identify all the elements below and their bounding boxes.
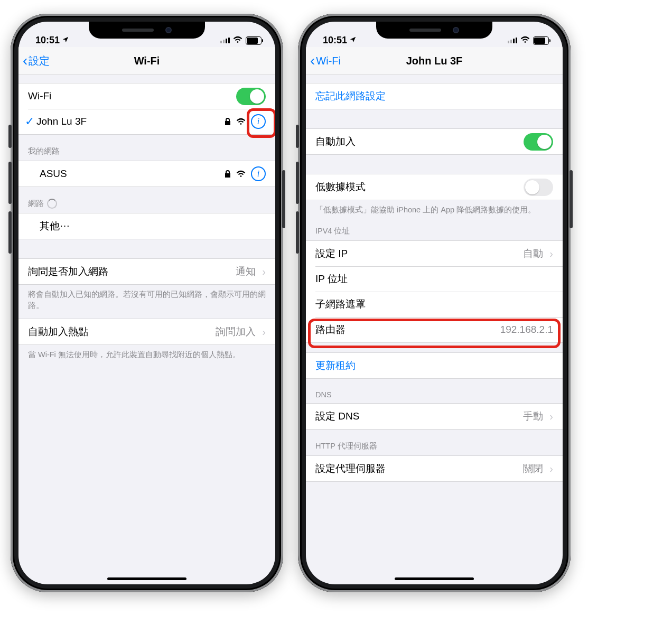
configure-proxy-value: 關閉 — [523, 462, 543, 476]
status-time: 10:51 — [35, 35, 60, 46]
low-data-row[interactable]: 低數據模式 — [306, 174, 563, 200]
volume-down-button[interactable] — [296, 211, 299, 254]
info-icon[interactable]: i — [251, 166, 266, 181]
low-data-toggle[interactable] — [524, 179, 553, 196]
configure-proxy-row[interactable]: 設定代理伺服器 關閉 › — [306, 456, 563, 481]
wifi-toggle-row[interactable]: Wi-Fi — [18, 83, 275, 109]
chevron-right-icon: › — [549, 463, 553, 475]
battery-icon — [533, 36, 549, 45]
lock-icon — [225, 170, 231, 178]
configure-proxy-label: 設定代理伺服器 — [315, 462, 386, 476]
volume-up-button[interactable] — [8, 162, 12, 204]
page-title: John Lu 3F — [306, 55, 563, 67]
configure-dns-value: 手動 — [523, 409, 543, 423]
ask-to-join-row[interactable]: 詢問是否加入網路 通知 › — [18, 259, 275, 284]
low-data-label: 低數據模式 — [315, 180, 366, 194]
chevron-left-icon: ‹ — [23, 53, 27, 68]
known-network-row[interactable]: ASUS i — [18, 161, 275, 187]
auto-join-label: 自動加入 — [315, 135, 356, 148]
left-screen: 10:51 ‹ 設定 Wi-Fi Wi-Fi — [18, 22, 275, 584]
cellular-icon — [220, 38, 230, 43]
info-icon[interactable]: i — [251, 114, 266, 129]
configure-ip-value: 自動 — [523, 247, 543, 260]
location-icon — [62, 35, 69, 46]
subnet-mask-label: 子網路遮罩 — [315, 297, 366, 311]
ipv4-header: IPV4 位址 — [306, 220, 563, 240]
volume-up-button[interactable] — [296, 162, 299, 204]
lock-icon — [225, 118, 231, 126]
checkmark-icon: ✓ — [25, 115, 36, 128]
back-button[interactable]: ‹ 設定 — [18, 53, 50, 68]
right-phone-frame: 10:51 ‹ Wi-Fi John Lu 3F 忘記此網路設定 — [298, 14, 571, 592]
auto-join-row[interactable]: 自動加入 — [306, 129, 563, 154]
router-row: 路由器 192.168.2.1 — [306, 317, 563, 342]
wifi-icon — [233, 35, 242, 46]
ask-to-join-footer: 將會自動加入已知的網路。若沒有可用的已知網路，會顯示可用的網路。 — [18, 285, 275, 315]
ask-to-join-value: 通知 — [236, 265, 256, 278]
home-indicator[interactable] — [107, 577, 186, 580]
auto-hotspot-label: 自動加入熱點 — [28, 325, 88, 339]
back-label: 設定 — [29, 54, 50, 68]
auto-join-toggle[interactable] — [524, 133, 553, 151]
forget-network-label: 忘記此網路設定 — [315, 89, 386, 103]
subnet-mask-row: 子網路遮罩 — [306, 292, 563, 317]
connected-network-name: John Lu 3F — [36, 116, 225, 127]
auto-hotspot-row[interactable]: 自動加入熱點 詢問加入 › — [18, 319, 275, 344]
auto-hotspot-value: 詢問加入 — [216, 325, 256, 339]
configure-dns-row[interactable]: 設定 DNS 手動 › — [306, 404, 563, 429]
connected-network-row[interactable]: ✓ John Lu 3F i — [18, 109, 275, 134]
right-screen: 10:51 ‹ Wi-Fi John Lu 3F 忘記此網路設定 — [306, 22, 563, 584]
networks-header: 網路 — [18, 187, 275, 213]
mute-switch[interactable] — [8, 125, 12, 148]
back-label: Wi-Fi — [316, 55, 341, 67]
ask-to-join-label: 詢問是否加入網路 — [28, 265, 108, 278]
battery-icon — [246, 36, 262, 45]
my-networks-header: 我的網路 — [18, 135, 275, 161]
mute-switch[interactable] — [296, 125, 299, 148]
known-network-name: ASUS — [40, 168, 225, 180]
ip-address-label: IP 位址 — [315, 272, 348, 286]
nav-bar: ‹ 設定 Wi-Fi — [18, 47, 275, 75]
power-button[interactable] — [570, 170, 573, 228]
ip-address-row: IP 位址 — [306, 266, 563, 292]
volume-down-button[interactable] — [8, 211, 12, 254]
notch — [89, 22, 205, 39]
chevron-right-icon: › — [262, 266, 266, 278]
low-data-footer: 「低數據模式」能協助 iPhone 上的 App 降低網路數據的使用。 — [306, 200, 563, 220]
wifi-signal-icon — [236, 170, 246, 178]
wifi-signal-icon — [236, 118, 246, 125]
left-phone-frame: 10:51 ‹ 設定 Wi-Fi Wi-Fi — [11, 14, 283, 592]
configure-ip-label: 設定 IP — [315, 247, 348, 260]
auto-hotspot-footer: 當 Wi-Fi 無法使用時，允許此裝置自動尋找附近的個人熱點。 — [18, 345, 275, 365]
wifi-toggle-switch[interactable] — [236, 88, 266, 105]
renew-lease-label: 更新租約 — [315, 359, 356, 372]
http-proxy-header: HTTP 代理伺服器 — [306, 430, 563, 455]
cellular-icon — [508, 38, 517, 43]
chevron-right-icon: › — [549, 248, 553, 260]
back-button[interactable]: ‹ Wi-Fi — [306, 53, 341, 68]
spinner-icon — [47, 199, 57, 209]
page-title: Wi-Fi — [18, 55, 275, 67]
notch — [376, 22, 492, 39]
other-network-row[interactable]: 其他⋯ — [18, 213, 275, 239]
router-label: 路由器 — [315, 323, 346, 337]
chevron-right-icon: › — [262, 326, 266, 338]
configure-dns-label: 設定 DNS — [315, 409, 359, 423]
home-indicator[interactable] — [395, 577, 474, 580]
wifi-toggle-label: Wi-Fi — [28, 90, 51, 102]
other-network-label: 其他⋯ — [40, 219, 70, 233]
forget-network-row[interactable]: 忘記此網路設定 — [306, 83, 563, 109]
location-icon — [349, 35, 357, 46]
renew-lease-row[interactable]: 更新租約 — [306, 353, 563, 378]
chevron-right-icon: › — [549, 411, 553, 423]
configure-ip-row[interactable]: 設定 IP 自動 › — [306, 241, 563, 266]
router-value: 192.168.2.1 — [500, 324, 553, 335]
nav-bar: ‹ Wi-Fi John Lu 3F — [306, 47, 563, 75]
wifi-icon — [520, 35, 530, 46]
chevron-left-icon: ‹ — [310, 53, 315, 68]
dns-header: DNS — [306, 379, 563, 403]
status-time: 10:51 — [323, 35, 347, 46]
power-button[interactable] — [282, 170, 285, 228]
